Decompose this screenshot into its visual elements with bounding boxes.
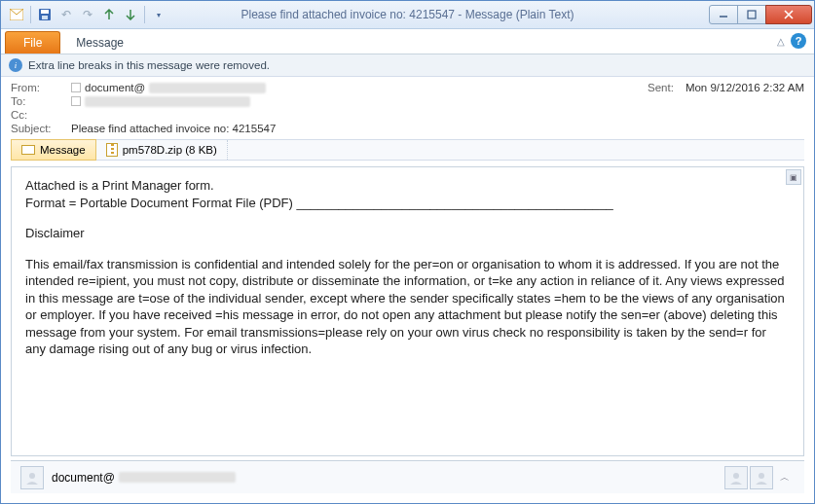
to-value bbox=[71, 96, 250, 107]
message-tab[interactable]: Message bbox=[62, 32, 137, 54]
window-controls bbox=[710, 5, 812, 24]
app-icon[interactable] bbox=[7, 5, 26, 24]
info-bar[interactable]: i Extra line breaks in this message were… bbox=[1, 54, 814, 77]
undo-icon[interactable]: ↶ bbox=[56, 5, 76, 24]
separator bbox=[144, 6, 145, 23]
svg-rect-5 bbox=[748, 11, 756, 18]
svg-rect-3 bbox=[42, 16, 48, 19]
avatar[interactable] bbox=[20, 466, 44, 489]
mail-icon bbox=[21, 145, 35, 155]
separator bbox=[30, 6, 31, 23]
people-pane: document@ ︿ bbox=[11, 460, 804, 493]
footer-sender: document@ bbox=[52, 471, 236, 485]
body-line: Attached is a Print Manager form. bbox=[25, 177, 790, 195]
to-label: To: bbox=[11, 95, 71, 107]
scroll-button[interactable]: ▣ bbox=[786, 169, 801, 185]
body-line: Format = Portable Document Format File (… bbox=[25, 195, 790, 212]
svg-point-8 bbox=[759, 473, 764, 479]
message-body: Attached is a Print Manager form. Format… bbox=[12, 167, 803, 455]
next-icon[interactable] bbox=[121, 5, 140, 24]
zip-icon bbox=[106, 143, 118, 157]
avatar-small[interactable] bbox=[724, 466, 748, 489]
message-headers: From: document@ Sent: Mon 9/12/2016 2:32… bbox=[1, 77, 814, 137]
svg-point-6 bbox=[29, 473, 35, 479]
close-button[interactable] bbox=[765, 5, 812, 24]
customize-qat-icon[interactable]: ▾ bbox=[149, 5, 168, 24]
attachment-bar: Message pm578D.zip (8 KB) bbox=[11, 139, 804, 161]
message-body-tab[interactable]: Message bbox=[11, 139, 96, 161]
svg-rect-2 bbox=[41, 10, 49, 14]
svg-point-7 bbox=[733, 473, 739, 479]
ribbon-tabs: File Message △ ? bbox=[1, 29, 814, 54]
info-text: Extra line breaks in this message were r… bbox=[28, 59, 270, 71]
sent-label: Sent: bbox=[648, 82, 674, 93]
from-value: document@ bbox=[71, 82, 266, 93]
message-tab-label: Message bbox=[40, 144, 86, 156]
info-icon: i bbox=[9, 58, 22, 72]
help-icon[interactable]: ? bbox=[791, 33, 806, 49]
message-body-container: ▣ Attached is a Print Manager form. Form… bbox=[11, 166, 804, 456]
attachment-tab[interactable]: pm578D.zip (8 KB) bbox=[96, 140, 228, 160]
avatar-small[interactable] bbox=[750, 466, 773, 489]
body-line: This email/fax transmission is confident… bbox=[25, 256, 790, 358]
previous-icon[interactable] bbox=[99, 5, 119, 24]
redo-icon[interactable]: ↷ bbox=[78, 5, 97, 24]
maximize-button[interactable] bbox=[737, 5, 766, 24]
minimize-button[interactable] bbox=[709, 5, 738, 24]
save-icon[interactable] bbox=[35, 5, 55, 24]
sent-value: Mon 9/12/2016 2:32 AM bbox=[685, 82, 804, 93]
body-line: Disclaimer bbox=[25, 225, 790, 242]
quick-access-toolbar: ↶ ↷ ▾ bbox=[1, 5, 168, 24]
expand-ribbon-icon[interactable]: △ bbox=[777, 36, 785, 47]
from-label: From: bbox=[11, 82, 71, 93]
file-tab[interactable]: File bbox=[5, 31, 60, 54]
expand-people-pane-icon[interactable]: ︿ bbox=[775, 467, 795, 488]
attachment-name: pm578D.zip (8 KB) bbox=[123, 144, 217, 156]
title-bar: ↶ ↷ ▾ Please find attached invoice no: 4… bbox=[1, 1, 814, 29]
subject-label: Subject: bbox=[11, 123, 71, 134]
subject-value: Please find attached invoice no: 4215547 bbox=[71, 123, 276, 134]
cc-label: Cc: bbox=[11, 109, 71, 121]
